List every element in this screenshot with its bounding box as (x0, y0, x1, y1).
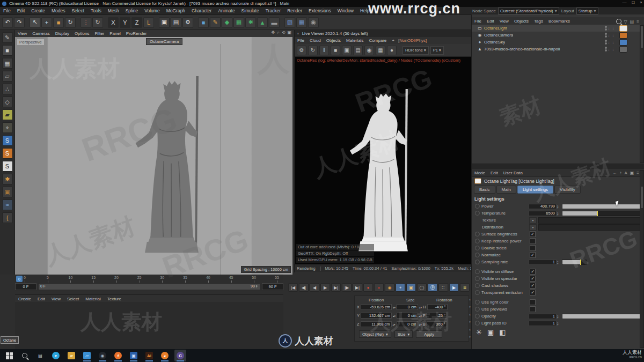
viewport-rotate-icon[interactable]: ⟲ (282, 30, 286, 35)
lv-pause-icon[interactable]: ‖ (319, 46, 329, 55)
lv-pick-focus-icon[interactable]: ◉ (364, 46, 374, 55)
texture-mode-icon[interactable]: ▦ (2, 58, 13, 69)
next-key-button[interactable]: |▶ (342, 283, 352, 292)
material-menu-create[interactable]: Create (15, 297, 34, 301)
param-checkbox[interactable]: ✓ (530, 252, 536, 258)
field-icon[interactable]: ✱ (245, 17, 256, 28)
material-icon[interactable]: ◧ (499, 328, 506, 336)
key-parameter-toggle[interactable]: Ⓟ (428, 283, 437, 292)
node-space-select[interactable]: Current (Standard/Physical)▾ (498, 8, 559, 14)
param-checkbox[interactable]: ✓ (530, 290, 536, 295)
task-view-button[interactable]: ▤ (34, 350, 46, 361)
param-anim-dot[interactable] (475, 239, 480, 243)
position-x-field[interactable]: -59.626 cm (361, 304, 392, 310)
om-list-icon[interactable]: ≡ (636, 19, 639, 24)
spin[interactable]: ▴▾ (393, 314, 396, 317)
apply-button[interactable]: Apply (416, 330, 442, 338)
param-value-field[interactable]: 1 (529, 321, 557, 326)
blender-icon[interactable]: ◕ (159, 350, 171, 361)
param-value-field[interactable]: 1 (529, 260, 557, 265)
illustrator-icon[interactable]: Ai (143, 350, 155, 361)
param-spinner[interactable]: ▴▾ (557, 260, 559, 264)
spline-pen-icon[interactable]: ✎ (210, 17, 221, 28)
make-editable-icon[interactable]: ✎ (2, 32, 13, 43)
autokey-button[interactable]: ● (374, 283, 384, 292)
param-spinner[interactable]: ▴▾ (557, 321, 559, 326)
am-menu-mode[interactable]: Mode (472, 171, 488, 175)
spin[interactable]: ▴▾ (393, 306, 396, 309)
param-spinner[interactable]: ▴▾ (557, 204, 559, 209)
viewport-projection-label[interactable]: Perspective (17, 39, 44, 45)
points-mode-icon[interactable]: ∴ (2, 84, 13, 94)
viewport-menu-prorender[interactable]: ProRender (123, 31, 150, 36)
om-menu-objects[interactable]: Objects (511, 19, 531, 24)
timeline-tracks-button[interactable]: ≣ (460, 283, 470, 292)
octane-logo-icon[interactable]: ✳ (476, 328, 482, 336)
lv-settings-gear-icon[interactable]: ⚙ (297, 46, 306, 55)
attribute-manager-scrollbar[interactable] (640, 170, 644, 348)
menu-character[interactable]: Character (188, 8, 215, 13)
param-slider[interactable] (562, 204, 644, 209)
record-keyframe-button[interactable]: ● (363, 283, 373, 292)
param-checkbox[interactable]: ✓ (530, 231, 536, 237)
redo-icon[interactable]: ↷ (14, 17, 25, 28)
param-anim-dot[interactable] (475, 246, 480, 250)
prev-key-button[interactable]: ◀| (299, 283, 309, 292)
rotation-b-field[interactable]: 360 ° (427, 321, 447, 327)
position-y-field[interactable]: 132.467 cm (361, 313, 392, 319)
generator-icon[interactable]: ▦ (233, 17, 244, 28)
edges-mode-icon[interactable]: ◇ (2, 97, 13, 107)
param-anim-dot[interactable] (475, 307, 480, 312)
coordinates-spinners[interactable]: ▴▾▴▾▴▾ (468, 295, 472, 341)
lv-menu-objects[interactable]: Objects (324, 38, 343, 43)
key-rotation-toggle[interactable]: ◯ (417, 283, 427, 292)
lv-menu-compare[interactable]: Compare (366, 38, 389, 43)
param-select-well[interactable] (538, 217, 644, 224)
viewport-canvas[interactable]: Perspective OctaneCamera Grid Spacing : … (15, 37, 292, 275)
param-spinner[interactable]: ▴▾ (557, 314, 559, 319)
timeline-playhead[interactable]: 0 (16, 276, 23, 282)
viewport-menu-panel[interactable]: Panel (107, 31, 123, 36)
material-menu-select[interactable]: Select (64, 297, 82, 301)
lv-clay-mode-icon[interactable]: ● (387, 46, 397, 55)
deformer-icon[interactable]: ▲ (257, 17, 268, 28)
lv-tonemap-select[interactable]: HDR tone ▾ (402, 46, 429, 55)
param-anim-dot[interactable] (475, 321, 480, 326)
folder-icon[interactable]: ▰ (65, 350, 77, 361)
next-frame-button[interactable]: ▶| (331, 283, 341, 292)
am-menu-user-data[interactable]: User Data (501, 171, 525, 175)
om-filter-icon[interactable]: ▽ (624, 19, 627, 24)
am-list-icon[interactable]: ≡ (636, 171, 639, 175)
prev-frame-button[interactable]: ◀ (310, 283, 319, 292)
snap-enable-icon[interactable]: S (2, 135, 13, 146)
grid-array-icon[interactable]: ▦ (296, 17, 307, 28)
menu-render[interactable]: Render (284, 8, 305, 13)
am-a-icon[interactable]: A (624, 171, 627, 175)
spin2[interactable]: ▴▾ (419, 314, 422, 317)
tab-basic[interactable]: Basic (474, 186, 495, 194)
param-anim-dot[interactable] (475, 283, 480, 288)
rotate-tool-icon[interactable]: ↻ (65, 17, 76, 28)
param-anim-dot[interactable] (475, 290, 480, 295)
param-checkbox[interactable] (530, 299, 536, 305)
object-row[interactable]: ●OctaneSky⋮⋮ (472, 39, 641, 46)
object-name[interactable]: 7093-museo-archeo-nazionale-di-napoli (484, 47, 560, 51)
param-anim-dot[interactable] (475, 269, 480, 274)
tab-light-settings[interactable]: Light settings (517, 186, 553, 194)
lv-restart-render-icon[interactable]: ↻ (308, 46, 318, 55)
goto-end-button[interactable]: ▶| (353, 283, 362, 292)
param-checkbox[interactable] (530, 245, 536, 251)
object-name[interactable]: OctaneLight (484, 26, 507, 31)
menu-modes[interactable]: Modes (48, 8, 69, 13)
lv-save-image-icon[interactable]: ▤ (353, 46, 363, 55)
menu-mograph[interactable]: MoGraph (163, 8, 188, 13)
param-select-button[interactable]: ▾ (529, 224, 537, 231)
photos-icon[interactable]: ▣ (128, 350, 140, 361)
play-button[interactable]: ▶ (320, 283, 330, 292)
axis-mode-icon[interactable]: ⌖ (2, 122, 13, 133)
object-state-icons[interactable]: ⋮⋮ (607, 47, 616, 51)
om-search-icon[interactable] (616, 19, 621, 24)
viewport-camera-label[interactable]: OctaneCamera (146, 38, 182, 45)
param-select-well[interactable] (538, 224, 644, 231)
object-tag-icon[interactable] (619, 32, 627, 39)
